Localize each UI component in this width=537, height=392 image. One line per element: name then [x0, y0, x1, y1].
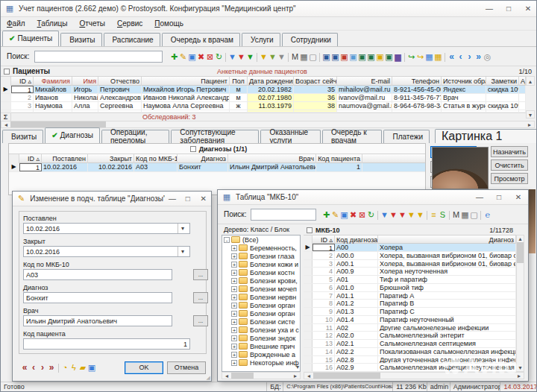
- picture-tab[interactable]: Картинка 1: [435, 129, 537, 143]
- menu-item[interactable]: Отчеты: [73, 17, 111, 31]
- refresh-icon[interactable]: ↻: [215, 50, 224, 63]
- table-row[interactable]: 14 A02.2 Покализованная сальмонеллезная …: [304, 348, 516, 356]
- table-row[interactable]: 10 A01.4 Паратиф неуточненный: [304, 316, 516, 324]
- sql-filter-icon[interactable]: S: [439, 208, 448, 221]
- expand-icon[interactable]: +: [231, 286, 237, 292]
- webcam-icon[interactable]: ◎: [483, 50, 492, 63]
- edit-record-icon[interactable]: ✎: [331, 208, 340, 221]
- tree-item[interactable]: + Болезни мочеп: [222, 285, 300, 293]
- table-row[interactable]: 5 A01 Тиф и паратиф: [304, 276, 516, 284]
- expand-icon[interactable]: +: [231, 270, 237, 276]
- column-header[interactable]: Возраст сейчас: [294, 77, 337, 86]
- column-header[interactable]: Поставлен: [42, 154, 88, 163]
- menu-item[interactable]: Файл: [1, 17, 31, 31]
- expand-icon[interactable]: +: [231, 278, 237, 284]
- mkb-vscrollbar[interactable]: ▴ ▾: [516, 235, 524, 372]
- export-calc-icon[interactable]: ▣: [376, 50, 385, 63]
- table-row[interactable]: 12 A02.0 Сальмонеллезный энтерит: [304, 332, 516, 340]
- table-row[interactable]: 6 A01.0 Брюшной тиф: [304, 284, 516, 292]
- find-icon[interactable]: M: [291, 50, 300, 63]
- column-header[interactable]: Код по МКБ-10: [134, 154, 178, 163]
- next-record-icon[interactable]: ›: [38, 361, 47, 374]
- history-icon[interactable]: ◔: [60, 361, 69, 374]
- scroll-right-icon[interactable]: ▸: [515, 373, 524, 379]
- find-icon[interactable]: M: [452, 208, 461, 221]
- mkb-hscrollbar[interactable]: ◂ ▸: [304, 372, 524, 379]
- main-tab[interactable]: Очередь к врачам: [162, 33, 240, 46]
- column-header[interactable]: Заметки: [486, 77, 519, 86]
- main-tab[interactable]: Расписание: [104, 33, 160, 46]
- scroll-thumb[interactable]: [10, 121, 106, 127]
- expand-icon[interactable]: +: [231, 335, 237, 341]
- mkb-search-input[interactable]: [251, 209, 316, 221]
- minimize-button[interactable]: —: [480, 2, 499, 16]
- delete-table-icon[interactable]: ⊠: [206, 50, 215, 63]
- goto-subtable-icon[interactable]: ↪: [416, 50, 425, 63]
- delete-record-icon[interactable]: ✖: [197, 50, 206, 63]
- form-view-icon[interactable]: ▦: [425, 50, 434, 63]
- column-header[interactable]: Пол: [230, 77, 248, 86]
- tree-item[interactable]: + Болезни кожи и: [222, 260, 300, 268]
- tree-item[interactable]: + Болезни эндок: [222, 334, 300, 342]
- main-tab[interactable]: ✔ Пациенты: [2, 31, 59, 46]
- tree-item[interactable]: + Внешние прич: [222, 342, 300, 350]
- scroll-left-icon[interactable]: ◂: [304, 373, 313, 379]
- filter-icon[interactable]: ▼: [380, 208, 389, 221]
- photo-button[interactable]: Просмотр: [491, 173, 528, 184]
- folder-icon[interactable]: ▰: [78, 361, 87, 374]
- export-excel-icon[interactable]: ▣: [358, 50, 367, 63]
- column-header[interactable]: Фамилия: [34, 77, 72, 86]
- maximize-button[interactable]: □: [180, 192, 195, 206]
- table-row[interactable]: ▶ 1 A00 Холера: [304, 244, 516, 252]
- preview-icon[interactable]: ▢: [309, 50, 318, 63]
- ok-button[interactable]: OK: [125, 361, 163, 374]
- tree-root[interactable]: - (Все): [222, 235, 300, 244]
- collapse-icon[interactable]: -: [224, 237, 230, 243]
- expand-icon[interactable]: +: [231, 319, 237, 325]
- main-tab[interactable]: Сотрудники: [282, 33, 338, 46]
- table-row[interactable]: 3 Наумова Алла Сергеевна Наумова Алла Се…: [1, 102, 526, 110]
- print-icon[interactable]: ▦: [300, 50, 309, 63]
- export-word-template-icon[interactable]: ▣: [331, 50, 340, 63]
- preview-icon[interactable]: ▢: [470, 208, 479, 221]
- main-tab[interactable]: Визиты: [60, 33, 101, 46]
- field-input[interactable]: 1: [23, 338, 190, 350]
- collapse-icon[interactable]: [4, 69, 10, 75]
- collapse-icon[interactable]: [307, 227, 313, 233]
- menu-item[interactable]: Таблицы: [31, 17, 74, 31]
- field-input[interactable]: Бонхит ...: [23, 292, 172, 303]
- add-record-icon[interactable]: ✚: [322, 208, 331, 221]
- expand-icon[interactable]: +: [231, 344, 237, 350]
- table-row[interactable]: 2 Иванов Николай Александрович Иванов Ни…: [1, 94, 526, 102]
- filter-repeat-icon[interactable]: ▼: [416, 208, 425, 221]
- sub-tab[interactable]: Операции, переломы: [101, 130, 169, 143]
- first-record-icon[interactable]: «: [448, 50, 456, 63]
- export-report-icon[interactable]: ▣: [349, 50, 358, 63]
- column-header[interactable]: Адрес: [519, 77, 526, 86]
- sub-tab[interactable]: Сопутствующие заболевания: [171, 130, 259, 143]
- filter-remove-icon[interactable]: ▼: [389, 208, 398, 221]
- column-header[interactable]: Пациент: [142, 77, 230, 86]
- chart-icon[interactable]: ▆: [394, 50, 403, 63]
- column-header[interactable]: E-mail: [337, 77, 392, 86]
- filter-remove-icon[interactable]: ▼: [237, 50, 246, 63]
- tree-hscrollbar[interactable]: ◂ ▸: [222, 372, 301, 379]
- tree-item[interactable]: + Некоторые инф: [222, 358, 300, 367]
- search-input[interactable]: [34, 51, 163, 63]
- table-row[interactable]: ▶ 1 Михайлов Игорь Петрович Михайлов Иго…: [1, 86, 526, 94]
- prev-record-icon[interactable]: ‹: [456, 50, 465, 63]
- filter-cell-icon[interactable]: ▼: [398, 208, 407, 221]
- column-header[interactable]: Отчество: [98, 77, 142, 86]
- print-icon[interactable]: ▦: [461, 208, 470, 221]
- refresh-data-icon[interactable]: ℮: [483, 208, 492, 221]
- sub-tab[interactable]: Очередь к врачам: [322, 130, 382, 143]
- close-button[interactable]: ✕: [509, 191, 528, 204]
- last-record-icon[interactable]: »: [47, 361, 56, 374]
- export-pdf-icon[interactable]: ▣: [340, 50, 349, 63]
- table-row[interactable]: 16 A02.9 Сальмонеллезная инфекция неуточ…: [304, 364, 516, 372]
- card-view-icon[interactable]: ▦: [434, 50, 443, 63]
- lookup-button[interactable]: ...: [193, 315, 208, 326]
- filter-sql-icon[interactable]: ▼: [277, 50, 286, 63]
- scroll-left-icon[interactable]: ◂: [222, 373, 231, 379]
- column-header[interactable]: Код пациента: [316, 154, 362, 163]
